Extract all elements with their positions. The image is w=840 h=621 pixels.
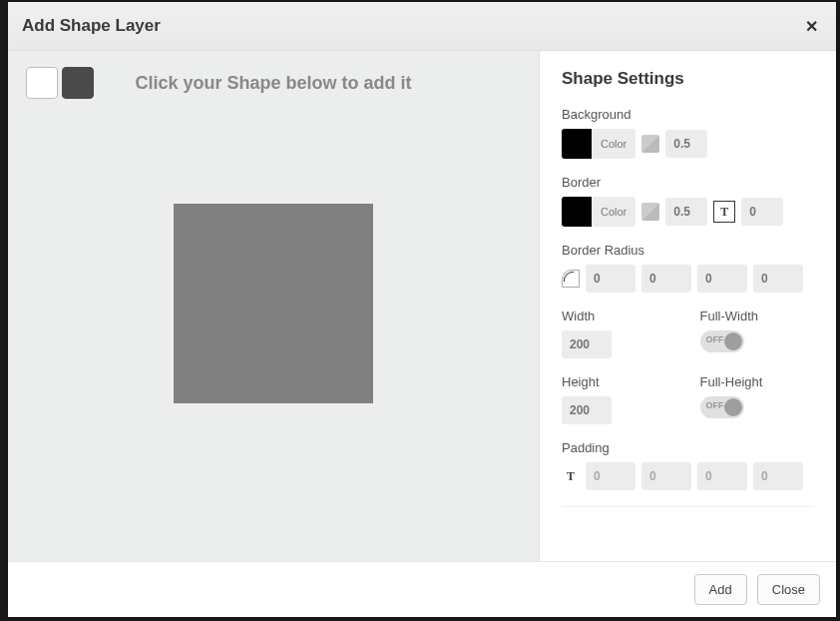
dialog-body: Click your Shape below to add it Shape S…	[8, 51, 836, 561]
label-background: Background	[562, 107, 814, 122]
border-color-chip[interactable]	[562, 197, 592, 227]
border-radius-icon[interactable]	[562, 270, 580, 288]
label-full-height: Full-Height	[700, 374, 815, 389]
toggle-off-label: OFF	[706, 400, 724, 410]
label-padding: Padding	[562, 440, 814, 455]
transparency-icon[interactable]	[641, 135, 659, 153]
label-border-radius: Border Radius	[562, 243, 814, 258]
background-color-chip[interactable]	[562, 129, 592, 159]
padding-top-input[interactable]	[586, 462, 635, 490]
field-border: Border Color T	[562, 175, 814, 227]
shape-settings-panel: Shape Settings Background Color Border C…	[539, 51, 836, 561]
height-input[interactable]	[562, 396, 612, 424]
full-width-toggle[interactable]: OFF	[700, 330, 744, 352]
swatch-light[interactable]	[26, 67, 58, 99]
border-opacity-input[interactable]	[665, 198, 707, 226]
close-icon[interactable]: ✕	[801, 17, 822, 36]
shape-stage	[20, 94, 527, 513]
width-input[interactable]	[562, 330, 612, 358]
field-padding: Padding T	[562, 440, 814, 490]
label-full-width: Full-Width	[700, 309, 815, 323]
full-height-toggle[interactable]: OFF	[700, 396, 744, 418]
background-color-button[interactable]: Color	[592, 129, 635, 159]
transparency-icon[interactable]	[641, 203, 659, 221]
dialog-add-shape-layer: Add Shape Layer ✕ Click your Shape below…	[8, 2, 836, 617]
swatch-dark[interactable]	[62, 67, 94, 99]
field-height-row: Height Full-Height OFF	[562, 374, 814, 424]
radius-tl-input[interactable]	[586, 265, 635, 293]
dialog-footer: Add Close	[8, 561, 836, 617]
shape-prompt-text: Click your Shape below to add it	[20, 67, 527, 94]
background-swatches	[26, 67, 94, 99]
radius-tr-input[interactable]	[641, 265, 691, 293]
radius-br-input[interactable]	[697, 265, 747, 293]
settings-title: Shape Settings	[562, 69, 814, 89]
settings-divider	[562, 506, 814, 507]
border-width-input[interactable]	[741, 198, 783, 226]
shape-preview-panel: Click your Shape below to add it	[8, 51, 539, 561]
padding-right-input[interactable]	[641, 462, 691, 490]
dialog-header: Add Shape Layer ✕	[8, 2, 836, 51]
background-opacity-input[interactable]	[665, 130, 707, 158]
field-background: Background Color	[562, 107, 814, 159]
shape-preview[interactable]	[174, 204, 373, 403]
field-border-radius: Border Radius	[562, 243, 814, 293]
border-color-button[interactable]: Color	[592, 197, 635, 227]
add-button[interactable]: Add	[694, 574, 747, 605]
toggle-off-label: OFF	[706, 334, 724, 344]
toggle-knob	[724, 332, 742, 350]
padding-link-icon[interactable]: T	[562, 467, 580, 485]
field-width-row: Width Full-Width OFF	[562, 309, 814, 358]
radius-bl-input[interactable]	[753, 265, 803, 293]
border-style-icon[interactable]: T	[713, 201, 735, 223]
label-border: Border	[562, 175, 814, 190]
dialog-title: Add Shape Layer	[22, 16, 161, 36]
padding-left-input[interactable]	[753, 462, 803, 490]
label-width: Width	[562, 309, 676, 323]
label-height: Height	[562, 374, 676, 389]
padding-bottom-input[interactable]	[697, 462, 747, 490]
close-button[interactable]: Close	[757, 574, 820, 605]
toggle-knob	[724, 398, 742, 416]
